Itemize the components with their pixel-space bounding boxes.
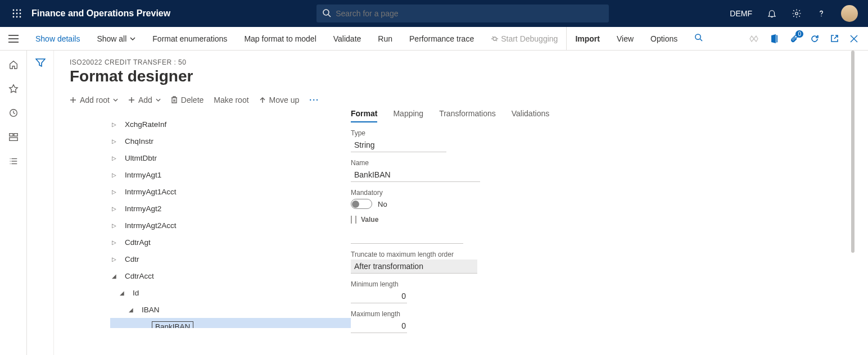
validate-button[interactable]: Validate: [325, 27, 370, 51]
type-label: Type: [351, 129, 852, 137]
start-debugging-button[interactable]: Start Debugging: [482, 27, 566, 51]
caret-closed-icon[interactable]: ▷: [110, 172, 118, 178]
home-icon[interactable]: [8, 60, 19, 71]
caret-open-icon[interactable]: ◢: [118, 290, 126, 296]
svg-line-10: [328, 15, 331, 17]
svg-point-8: [20, 16, 21, 18]
tree-node[interactable]: ▷UltmtDbtr: [110, 149, 351, 166]
import-button[interactable]: Import: [566, 27, 608, 51]
company-picker[interactable]: DEMF: [730, 9, 752, 18]
options-button[interactable]: Options: [642, 27, 686, 51]
caret-closed-icon[interactable]: ▷: [110, 138, 118, 144]
svg-point-11: [795, 12, 798, 15]
svg-line-20: [496, 40, 497, 41]
tree-node[interactable]: ▷IntrmyAgt1Acct: [110, 183, 351, 200]
tree-node[interactable]: ▷IntrmyAgt2Acct: [110, 217, 351, 234]
attachments-icon[interactable]: 0: [790, 34, 799, 44]
truncate-value[interactable]: After transformation: [351, 260, 477, 274]
format-enumerations-button[interactable]: Format enumerations: [144, 27, 236, 51]
caret-closed-icon[interactable]: ▷: [110, 222, 118, 229]
search-input[interactable]: [336, 9, 603, 18]
make-root-button[interactable]: Make root: [214, 95, 248, 104]
modules-icon[interactable]: [8, 156, 19, 168]
toolbar-search-icon[interactable]: [686, 27, 711, 51]
name-value[interactable]: BankIBAN: [351, 168, 480, 182]
page-scrollbar[interactable]: [851, 51, 855, 253]
view-button[interactable]: View: [608, 27, 642, 51]
attachments-badge: 0: [795, 30, 803, 38]
tree-node[interactable]: ◢Id: [110, 284, 351, 301]
help-icon[interactable]: [816, 8, 826, 19]
show-details-button[interactable]: Show details: [27, 27, 88, 51]
favorite-icon[interactable]: [8, 84, 19, 95]
popout-icon[interactable]: [830, 34, 839, 43]
diamond-icon[interactable]: [749, 35, 758, 42]
notification-icon[interactable]: [767, 8, 777, 19]
workspace-icon[interactable]: [8, 132, 19, 144]
move-up-button[interactable]: Move up: [259, 95, 300, 104]
performance-trace-button[interactable]: Performance trace: [401, 27, 482, 51]
avatar[interactable]: [841, 5, 858, 22]
minlength-value[interactable]: 0: [351, 289, 407, 303]
add-root-button[interactable]: Add root: [70, 95, 118, 104]
run-button[interactable]: Run: [369, 27, 401, 51]
caret-closed-icon[interactable]: ▷: [110, 121, 118, 128]
tab-format[interactable]: Format: [351, 109, 377, 122]
tree-node[interactable]: BankIBAN: [110, 318, 351, 328]
mandatory-toggle[interactable]: [351, 199, 372, 209]
tree-node[interactable]: ◢CdtrAcct: [110, 267, 351, 284]
svg-point-21: [695, 34, 700, 39]
tree-node[interactable]: ▷CdtrAgt: [110, 234, 351, 251]
more-button[interactable]: ···: [309, 95, 319, 104]
value-field[interactable]: [351, 231, 463, 244]
caret-closed-icon[interactable]: ▷: [110, 155, 118, 161]
show-all-label: Show all: [97, 27, 126, 51]
tree-node-label: IBAN: [142, 306, 160, 314]
chevron-down-icon: [156, 98, 161, 102]
refresh-icon[interactable]: [810, 34, 819, 43]
start-debugging-label: Start Debugging: [501, 27, 558, 51]
format-tree[interactable]: ▷XchgRateInf▷ChqInstr▷UltmtDbtr▷IntrmyAg…: [70, 109, 351, 328]
filter-icon[interactable]: [35, 58, 46, 355]
minlength-label: Minimum length: [351, 280, 852, 288]
hamburger-icon[interactable]: [0, 35, 27, 43]
caret-closed-icon[interactable]: ▷: [110, 189, 118, 195]
tree-node-label: IntrmyAgt2: [125, 204, 161, 213]
map-format-button[interactable]: Map format to model: [236, 27, 324, 51]
app-launcher-icon[interactable]: [6, 9, 28, 18]
tree-node-label: CdtrAcct: [125, 272, 154, 280]
recent-icon[interactable]: [8, 108, 19, 120]
svg-point-9: [323, 10, 329, 15]
tree-node-label: Id: [133, 289, 139, 297]
value-section-header[interactable]: Value: [351, 216, 852, 224]
svg-rect-27: [13, 134, 17, 136]
tab-transformations[interactable]: Transformations: [439, 109, 496, 122]
caret-open-icon[interactable]: ◢: [127, 307, 135, 313]
close-icon[interactable]: [850, 35, 858, 43]
type-value[interactable]: String: [351, 138, 446, 152]
caret-closed-icon[interactable]: ▷: [110, 239, 118, 245]
tree-node[interactable]: ▷XchgRateInf: [110, 116, 351, 133]
breadcrumb: ISO20022 CREDIT TRANSFER : 50: [70, 58, 852, 66]
show-all-button[interactable]: Show all: [88, 27, 144, 51]
caret-closed-icon[interactable]: ▷: [110, 256, 118, 262]
caret-open-icon[interactable]: ◢: [110, 273, 118, 279]
svg-point-1: [16, 10, 18, 11]
tab-mapping[interactable]: Mapping: [393, 109, 423, 122]
delete-button[interactable]: Delete: [171, 95, 204, 104]
tree-node[interactable]: ▷Cdtr: [110, 251, 351, 267]
maxlength-value[interactable]: 0: [351, 319, 407, 333]
tree-node[interactable]: ◢IBAN: [110, 301, 351, 318]
tree-node[interactable]: ▷IntrmyAgt2: [110, 200, 351, 217]
add-button[interactable]: Add: [128, 95, 161, 104]
truncate-label: Truncate to maximum length order: [351, 251, 852, 258]
svg-line-19: [492, 37, 494, 38]
tree-node-label: CdtrAgt: [125, 238, 151, 247]
gear-icon[interactable]: [792, 8, 802, 19]
tree-node[interactable]: ▷ChqInstr: [110, 133, 351, 149]
tree-node[interactable]: ▷IntrmyAgt1: [110, 166, 351, 183]
caret-closed-icon[interactable]: ▷: [110, 206, 118, 212]
global-search[interactable]: [317, 4, 609, 22]
tab-validations[interactable]: Validations: [512, 109, 549, 122]
office-icon[interactable]: [770, 34, 779, 43]
